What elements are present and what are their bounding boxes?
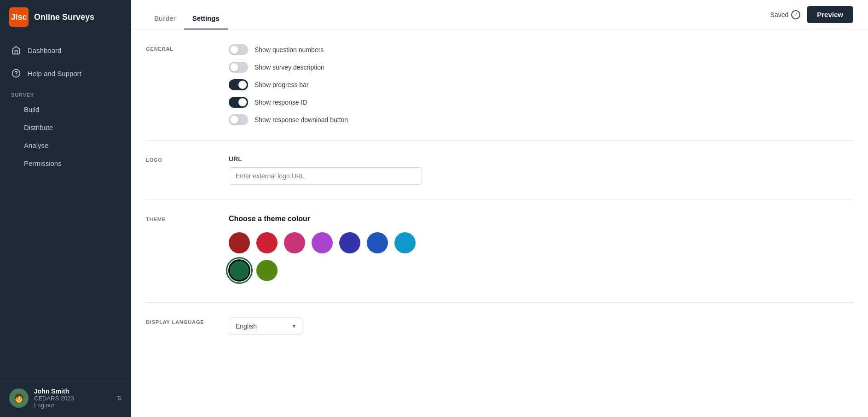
color-swatch-blue[interactable]	[367, 232, 388, 253]
survey-section-label: SURVEY	[0, 85, 131, 100]
avatar: 🧑	[9, 388, 29, 408]
preview-button[interactable]: Preview	[807, 6, 853, 23]
toggle-row-response-download: Show response download button	[229, 114, 853, 125]
language-section-label: DISPLAY LANGUAGE	[146, 317, 210, 335]
toggle-label-question-numbers: Show question numbers	[255, 46, 324, 53]
color-swatch-dark-red[interactable]	[229, 232, 250, 253]
sidebar-item-build[interactable]: Build	[0, 100, 131, 118]
saved-status: Saved ✓	[770, 10, 801, 19]
logo-section: LOGO URL	[146, 141, 853, 200]
general-section-label: GENERAL	[146, 44, 210, 125]
theme-color-row-1	[229, 232, 853, 253]
toggle-label-response-download: Show response download button	[255, 116, 348, 123]
tabs: Builder Settings	[146, 0, 228, 29]
sidebar-item-analyse[interactable]: Analyse	[0, 136, 131, 154]
toggle-row-progress-bar: Show progress bar	[229, 79, 853, 90]
color-swatch-red[interactable]	[256, 232, 278, 253]
toggle-row-question-numbers: Show question numbers	[229, 44, 853, 55]
language-select[interactable]: English Welsh French German Spanish	[229, 317, 302, 335]
top-bar-right: Saved ✓ Preview	[770, 6, 853, 23]
settings-content: GENERAL Show question numbers Show surve…	[131, 29, 868, 417]
toggle-response-download[interactable]	[229, 114, 248, 125]
sidebar-item-label: Dashboard	[28, 47, 61, 54]
color-swatch-dark-blue[interactable]	[339, 232, 360, 253]
sidebar-header: Jisc Online Surveys	[0, 0, 131, 34]
user-name: John Smith	[34, 388, 111, 395]
sidebar-item-dashboard[interactable]: Dashboard	[0, 39, 131, 62]
toggle-row-response-id: Show response ID	[229, 97, 853, 108]
theme-section-label: THEME	[146, 215, 210, 288]
saved-text: Saved	[770, 11, 789, 18]
tab-builder[interactable]: Builder	[146, 14, 184, 29]
color-swatch-dark-green[interactable]	[229, 260, 250, 281]
toggle-label-response-id: Show response ID	[255, 99, 307, 106]
sidebar-item-label: Analyse	[24, 141, 48, 149]
theme-heading: Choose a theme colour	[229, 215, 853, 223]
top-bar: Builder Settings Saved ✓ Preview	[131, 0, 868, 29]
jisc-logo: Jisc	[9, 7, 29, 27]
general-section: GENERAL Show question numbers Show surve…	[146, 29, 853, 141]
color-swatch-green[interactable]	[256, 260, 278, 281]
toggle-row-survey-description: Show survey description	[229, 62, 853, 73]
chevron-up-down-icon: ⇅	[116, 394, 122, 402]
color-swatch-purple[interactable]	[312, 232, 333, 253]
sidebar-item-label: Permissions	[24, 159, 62, 167]
theme-content: Choose a theme colour	[229, 215, 853, 288]
logo-url-group: URL	[229, 155, 853, 185]
saved-check-icon: ✓	[791, 10, 800, 19]
sidebar-footer: 🧑 John Smith CEDARS 2023 Log out ⇅	[0, 379, 131, 417]
sidebar-item-label: Help and Support	[28, 70, 81, 77]
sidebar-nav: Dashboard Help and Support SURVEY Build …	[0, 34, 131, 379]
color-swatch-light-blue[interactable]	[394, 232, 416, 253]
sidebar: Jisc Online Surveys Dashboard Help and S…	[0, 0, 131, 417]
theme-section: THEME Choose a theme colour	[146, 200, 853, 303]
toggle-label-progress-bar: Show progress bar	[255, 81, 309, 88]
language-select-wrapper: English Welsh French German Spanish ▼	[229, 317, 302, 335]
tab-settings[interactable]: Settings	[184, 14, 228, 29]
language-section: DISPLAY LANGUAGE English Welsh French Ge…	[146, 303, 853, 350]
app-title: Online Surveys	[34, 12, 94, 22]
sidebar-item-label: Build	[24, 106, 39, 113]
sidebar-item-help[interactable]: Help and Support	[0, 62, 131, 85]
toggle-label-survey-description: Show survey description	[255, 64, 324, 71]
user-info: John Smith CEDARS 2023 Log out	[34, 388, 111, 409]
question-icon	[11, 68, 21, 78]
house-icon	[11, 45, 21, 55]
logo-section-label: LOGO	[146, 155, 210, 185]
logout-link[interactable]: Log out	[34, 402, 111, 409]
main-content: Builder Settings Saved ✓ Preview GENERAL…	[131, 0, 868, 417]
toggle-progress-bar[interactable]	[229, 79, 248, 90]
toggle-response-id[interactable]	[229, 97, 248, 108]
toggle-question-numbers[interactable]	[229, 44, 248, 55]
sidebar-item-label: Distribute	[24, 123, 53, 131]
general-toggles: Show question numbers Show survey descri…	[229, 44, 853, 125]
color-swatch-hot-pink[interactable]	[284, 232, 305, 253]
sidebar-item-distribute[interactable]: Distribute	[0, 118, 131, 136]
url-label: URL	[229, 155, 853, 163]
language-content: English Welsh French German Spanish ▼	[229, 317, 853, 335]
logo-url-input[interactable]	[229, 167, 422, 185]
user-org: CEDARS 2023	[34, 395, 111, 402]
toggle-survey-description[interactable]	[229, 62, 248, 73]
theme-color-row-2	[229, 260, 853, 281]
sidebar-item-permissions[interactable]: Permissions	[0, 154, 131, 172]
logo-content: URL	[229, 155, 853, 185]
